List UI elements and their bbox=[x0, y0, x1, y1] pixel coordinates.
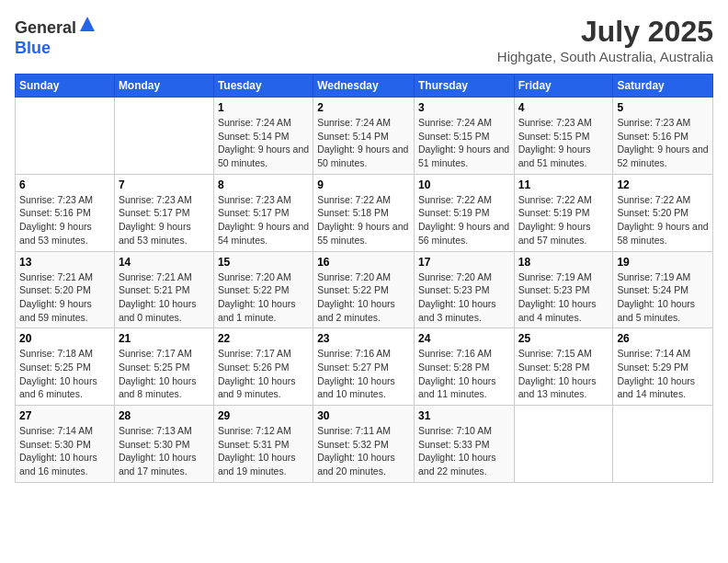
cell-details: Sunrise: 7:15 AMSunset: 5:28 PMDaylight:… bbox=[518, 347, 609, 401]
page-title: July 2025 bbox=[497, 15, 713, 49]
day-number: 29 bbox=[218, 409, 309, 422]
day-number: 21 bbox=[119, 332, 210, 345]
cell-details: Sunrise: 7:17 AMSunset: 5:25 PMDaylight:… bbox=[119, 347, 210, 401]
weekday-header-tuesday: Tuesday bbox=[213, 75, 313, 98]
calendar-cell bbox=[514, 406, 613, 483]
title-block: July 2025 Highgate, South Australia, Aus… bbox=[497, 15, 713, 64]
weekday-header-sunday: Sunday bbox=[16, 75, 115, 98]
day-number: 14 bbox=[119, 256, 210, 269]
day-number: 28 bbox=[119, 409, 210, 422]
cell-details: Sunrise: 7:20 AMSunset: 5:23 PMDaylight:… bbox=[418, 270, 510, 325]
calendar-cell bbox=[114, 98, 213, 175]
calendar-cell: 4Sunrise: 7:23 AMSunset: 5:15 PMDaylight… bbox=[514, 98, 613, 175]
logo-icon bbox=[78, 15, 97, 33]
calendar-cell: 31Sunrise: 7:10 AMSunset: 5:33 PMDayligh… bbox=[414, 406, 514, 483]
day-number: 13 bbox=[19, 256, 110, 269]
day-number: 27 bbox=[19, 409, 110, 422]
cell-details: Sunrise: 7:23 AMSunset: 5:16 PMDaylight:… bbox=[617, 116, 709, 170]
cell-details: Sunrise: 7:21 AMSunset: 5:21 PMDaylight:… bbox=[119, 270, 210, 325]
day-number: 31 bbox=[418, 409, 510, 422]
cell-details: Sunrise: 7:23 AMSunset: 5:15 PMDaylight:… bbox=[518, 116, 609, 170]
day-number: 30 bbox=[317, 409, 410, 422]
cell-details: Sunrise: 7:21 AMSunset: 5:20 PMDaylight:… bbox=[19, 270, 110, 325]
day-number: 23 bbox=[317, 332, 410, 345]
calendar-cell: 7Sunrise: 7:23 AMSunset: 5:17 PMDaylight… bbox=[114, 174, 213, 251]
page-subtitle: Highgate, South Australia, Australia bbox=[497, 49, 713, 64]
calendar-cell: 28Sunrise: 7:13 AMSunset: 5:30 PMDayligh… bbox=[114, 406, 213, 483]
logo-blue: Blue bbox=[15, 39, 51, 57]
cell-details: Sunrise: 7:23 AMSunset: 5:17 PMDaylight:… bbox=[218, 193, 309, 247]
cell-details: Sunrise: 7:20 AMSunset: 5:22 PMDaylight:… bbox=[218, 270, 309, 325]
calendar-week-5: 27Sunrise: 7:14 AMSunset: 5:30 PMDayligh… bbox=[16, 406, 713, 483]
day-number: 22 bbox=[218, 332, 309, 345]
day-number: 3 bbox=[418, 101, 510, 114]
cell-details: Sunrise: 7:14 AMSunset: 5:29 PMDaylight:… bbox=[617, 347, 709, 401]
day-number: 15 bbox=[218, 256, 309, 269]
cell-details: Sunrise: 7:19 AMSunset: 5:24 PMDaylight:… bbox=[617, 270, 709, 325]
calendar-cell: 26Sunrise: 7:14 AMSunset: 5:29 PMDayligh… bbox=[613, 328, 713, 406]
cell-details: Sunrise: 7:23 AMSunset: 5:17 PMDaylight:… bbox=[119, 193, 210, 247]
calendar-cell: 29Sunrise: 7:12 AMSunset: 5:31 PMDayligh… bbox=[213, 406, 313, 483]
weekday-header-monday: Monday bbox=[114, 75, 213, 98]
calendar-cell: 18Sunrise: 7:19 AMSunset: 5:23 PMDayligh… bbox=[514, 251, 613, 328]
calendar-cell: 23Sunrise: 7:16 AMSunset: 5:27 PMDayligh… bbox=[313, 328, 415, 406]
calendar-cell: 3Sunrise: 7:24 AMSunset: 5:15 PMDaylight… bbox=[414, 98, 514, 175]
calendar-week-2: 6Sunrise: 7:23 AMSunset: 5:16 PMDaylight… bbox=[16, 174, 713, 251]
calendar-cell: 11Sunrise: 7:22 AMSunset: 5:19 PMDayligh… bbox=[514, 174, 613, 251]
calendar-cell: 19Sunrise: 7:19 AMSunset: 5:24 PMDayligh… bbox=[613, 251, 713, 328]
day-number: 26 bbox=[617, 332, 709, 345]
cell-details: Sunrise: 7:10 AMSunset: 5:33 PMDaylight:… bbox=[418, 424, 510, 478]
svg-marker-0 bbox=[80, 17, 95, 31]
cell-details: Sunrise: 7:16 AMSunset: 5:28 PMDaylight:… bbox=[418, 347, 510, 401]
cell-details: Sunrise: 7:20 AMSunset: 5:22 PMDaylight:… bbox=[317, 270, 410, 325]
page-header: General Blue July 2025 Highgate, South A… bbox=[15, 15, 713, 64]
calendar-cell: 13Sunrise: 7:21 AMSunset: 5:20 PMDayligh… bbox=[16, 251, 115, 328]
calendar-cell: 17Sunrise: 7:20 AMSunset: 5:23 PMDayligh… bbox=[414, 251, 514, 328]
cell-details: Sunrise: 7:12 AMSunset: 5:31 PMDaylight:… bbox=[218, 424, 309, 478]
cell-details: Sunrise: 7:22 AMSunset: 5:18 PMDaylight:… bbox=[317, 193, 410, 247]
day-number: 19 bbox=[617, 256, 709, 269]
calendar-cell: 24Sunrise: 7:16 AMSunset: 5:28 PMDayligh… bbox=[414, 328, 514, 406]
calendar-cell: 6Sunrise: 7:23 AMSunset: 5:16 PMDaylight… bbox=[16, 174, 115, 251]
day-number: 4 bbox=[518, 101, 609, 114]
cell-details: Sunrise: 7:22 AMSunset: 5:20 PMDaylight:… bbox=[617, 193, 709, 247]
day-number: 10 bbox=[418, 178, 510, 191]
weekday-header-row: SundayMondayTuesdayWednesdayThursdayFrid… bbox=[16, 75, 713, 98]
calendar-cell: 5Sunrise: 7:23 AMSunset: 5:16 PMDaylight… bbox=[613, 98, 713, 175]
cell-details: Sunrise: 7:18 AMSunset: 5:25 PMDaylight:… bbox=[19, 347, 110, 401]
day-number: 18 bbox=[518, 256, 609, 269]
calendar-cell: 22Sunrise: 7:17 AMSunset: 5:26 PMDayligh… bbox=[213, 328, 313, 406]
calendar-cell: 9Sunrise: 7:22 AMSunset: 5:18 PMDaylight… bbox=[313, 174, 415, 251]
day-number: 12 bbox=[617, 178, 709, 191]
day-number: 11 bbox=[518, 178, 609, 191]
cell-details: Sunrise: 7:22 AMSunset: 5:19 PMDaylight:… bbox=[518, 193, 609, 247]
logo: General Blue bbox=[15, 15, 97, 58]
day-number: 7 bbox=[119, 178, 210, 191]
calendar-cell: 30Sunrise: 7:11 AMSunset: 5:32 PMDayligh… bbox=[313, 406, 415, 483]
weekday-header-friday: Friday bbox=[514, 75, 613, 98]
cell-details: Sunrise: 7:17 AMSunset: 5:26 PMDaylight:… bbox=[218, 347, 309, 401]
day-number: 20 bbox=[19, 332, 110, 345]
calendar-cell: 10Sunrise: 7:22 AMSunset: 5:19 PMDayligh… bbox=[414, 174, 514, 251]
calendar-cell: 2Sunrise: 7:24 AMSunset: 5:14 PMDaylight… bbox=[313, 98, 415, 175]
calendar-cell: 27Sunrise: 7:14 AMSunset: 5:30 PMDayligh… bbox=[16, 406, 115, 483]
calendar-cell bbox=[613, 406, 713, 483]
calendar-cell bbox=[16, 98, 115, 175]
cell-details: Sunrise: 7:24 AMSunset: 5:14 PMDaylight:… bbox=[317, 116, 410, 170]
day-number: 9 bbox=[317, 178, 410, 191]
calendar-week-3: 13Sunrise: 7:21 AMSunset: 5:20 PMDayligh… bbox=[16, 251, 713, 328]
cell-details: Sunrise: 7:24 AMSunset: 5:15 PMDaylight:… bbox=[418, 116, 510, 170]
calendar-cell: 21Sunrise: 7:17 AMSunset: 5:25 PMDayligh… bbox=[114, 328, 213, 406]
calendar-week-1: 1Sunrise: 7:24 AMSunset: 5:14 PMDaylight… bbox=[16, 98, 713, 175]
cell-details: Sunrise: 7:16 AMSunset: 5:27 PMDaylight:… bbox=[317, 347, 410, 401]
day-number: 6 bbox=[19, 178, 110, 191]
calendar-cell: 14Sunrise: 7:21 AMSunset: 5:21 PMDayligh… bbox=[114, 251, 213, 328]
cell-details: Sunrise: 7:22 AMSunset: 5:19 PMDaylight:… bbox=[418, 193, 510, 247]
cell-details: Sunrise: 7:14 AMSunset: 5:30 PMDaylight:… bbox=[19, 424, 110, 478]
cell-details: Sunrise: 7:11 AMSunset: 5:32 PMDaylight:… bbox=[317, 424, 410, 478]
cell-details: Sunrise: 7:23 AMSunset: 5:16 PMDaylight:… bbox=[19, 193, 110, 247]
calendar-cell: 20Sunrise: 7:18 AMSunset: 5:25 PMDayligh… bbox=[16, 328, 115, 406]
day-number: 16 bbox=[317, 256, 410, 269]
day-number: 17 bbox=[418, 256, 510, 269]
calendar-table: SundayMondayTuesdayWednesdayThursdayFrid… bbox=[15, 74, 713, 483]
